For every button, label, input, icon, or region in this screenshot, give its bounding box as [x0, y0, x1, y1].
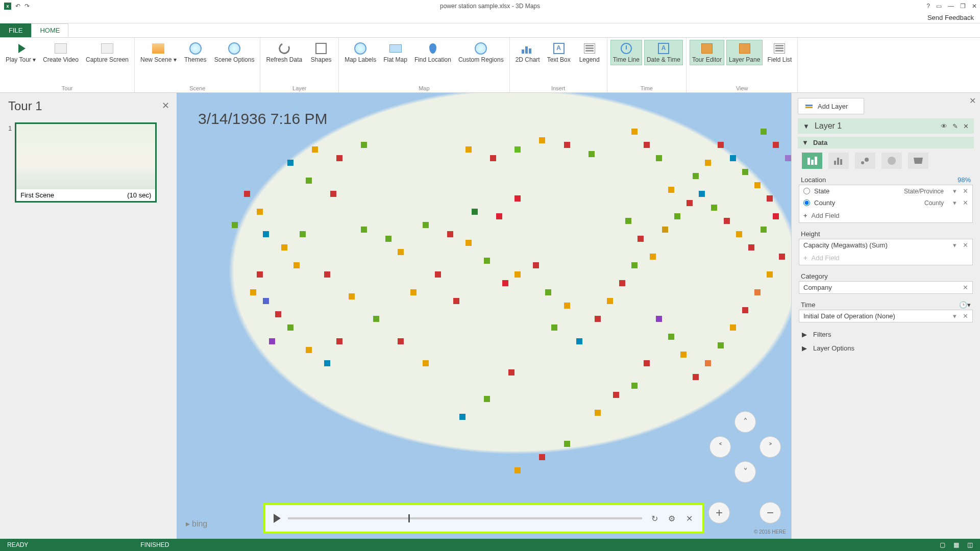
field-row-company[interactable]: Company ✕ [799, 282, 972, 293]
data-point[interactable] [767, 195, 773, 202]
data-point[interactable] [656, 155, 662, 161]
statusbar-icon[interactable]: ▢ [940, 541, 945, 548]
dropdown-icon[interactable]: ▾ [951, 312, 959, 320]
rotate-right-button[interactable]: ˃ [760, 436, 781, 458]
data-point[interactable] [619, 280, 625, 286]
layer-pane-button[interactable]: Layer Pane [726, 40, 763, 65]
capture-screen-button[interactable]: Capture Screen [83, 40, 131, 65]
themes-button[interactable]: Themes [181, 40, 210, 65]
time-line-button[interactable]: Time Line [610, 40, 642, 65]
redo-icon[interactable]: ↷ [24, 3, 30, 10]
field-list-button[interactable]: Field List [765, 40, 794, 65]
data-point[interactable] [668, 187, 674, 193]
data-point[interactable] [250, 289, 256, 295]
data-point[interactable] [699, 191, 705, 197]
data-point[interactable] [761, 129, 767, 135]
data-point[interactable] [398, 249, 404, 255]
close-tour-panel-icon[interactable]: ✕ [162, 100, 169, 111]
data-point[interactable] [349, 293, 355, 299]
statusbar-icon[interactable]: ▦ [953, 541, 959, 548]
visibility-icon[interactable]: 👁 [941, 122, 947, 130]
timeline-close-button[interactable]: ✕ [684, 514, 694, 523]
dropdown-icon[interactable]: ▾ [951, 241, 959, 249]
data-point[interactable] [539, 454, 545, 460]
shapes-button[interactable]: Shapes [307, 40, 335, 65]
location-radio-state[interactable] [803, 188, 810, 194]
data-point[interactable] [244, 191, 250, 197]
data-point[interactable] [281, 244, 287, 251]
layer-header[interactable]: ▼ Layer 1 👁 ✎ ✕ [798, 118, 974, 134]
data-point[interactable] [496, 213, 502, 219]
data-point[interactable] [514, 271, 521, 278]
data-point[interactable] [693, 374, 699, 380]
data-point[interactable] [447, 231, 453, 237]
minimize-icon[interactable]: — [948, 3, 954, 10]
time-settings-icon[interactable]: 🕒▾ [959, 301, 971, 309]
viz-clustered-column[interactable] [828, 153, 849, 169]
data-point[interactable] [300, 231, 306, 237]
data-point[interactable] [263, 298, 269, 304]
flat-map-button[interactable]: Flat Map [381, 40, 410, 65]
data-point[interactable] [761, 227, 767, 233]
data-point[interactable] [705, 360, 711, 366]
data-point[interactable] [742, 307, 748, 313]
zoom-out-button[interactable]: − [760, 502, 781, 523]
data-point[interactable] [595, 410, 601, 416]
data-point[interactable] [564, 303, 570, 309]
data-point[interactable] [484, 258, 490, 264]
add-height-field[interactable]: +Add Field [799, 251, 972, 265]
data-point[interactable] [674, 213, 680, 219]
data-point[interactable] [668, 334, 674, 340]
rename-icon[interactable]: ✎ [952, 122, 958, 130]
timeline-loop-button[interactable]: ↻ [649, 514, 659, 523]
data-point[interactable] [767, 271, 773, 278]
data-point[interactable] [269, 338, 275, 344]
data-point[interactable] [607, 298, 613, 304]
2d-chart-button[interactable]: 2D Chart [513, 40, 543, 65]
data-point[interactable] [551, 324, 557, 331]
remove-field-icon[interactable]: ✕ [963, 284, 968, 291]
data-point[interactable] [754, 289, 761, 295]
dropdown-icon[interactable]: ▾ [951, 187, 959, 195]
data-point[interactable] [662, 227, 668, 233]
scene-options-button[interactable]: Scene Options [212, 40, 257, 65]
viz-region[interactable] [908, 153, 928, 169]
zoom-in-button[interactable]: + [708, 502, 730, 523]
delete-layer-icon[interactable]: ✕ [963, 122, 969, 130]
data-point[interactable] [459, 414, 465, 420]
data-point[interactable] [435, 271, 441, 278]
remove-field-icon[interactable]: ✕ [963, 187, 968, 195]
data-point[interactable] [324, 271, 330, 278]
data-point[interactable] [644, 360, 650, 366]
data-point[interactable] [773, 142, 779, 148]
timeline-play-button[interactable] [274, 514, 281, 523]
data-point[interactable] [533, 262, 539, 268]
data-point[interactable] [324, 360, 330, 366]
data-point[interactable] [773, 213, 779, 219]
tilt-down-button[interactable]: ˅ [734, 461, 756, 483]
remove-field-icon[interactable]: ✕ [963, 199, 968, 207]
filters-section[interactable]: ▶Filters [798, 329, 974, 340]
close-icon[interactable]: ✕ [972, 3, 977, 10]
layer-options-section[interactable]: ▶Layer Options [798, 342, 974, 354]
data-point[interactable] [631, 129, 638, 135]
map-canvas[interactable]: 3/14/1936 7:16 PM ˄ ˂ ˃ ˅ + − ▸bing © 20… [177, 93, 791, 539]
data-point[interactable] [275, 311, 281, 317]
ribbon-options-icon[interactable]: ▭ [936, 3, 942, 10]
rotate-left-button[interactable]: ˂ [709, 436, 731, 458]
data-point[interactable] [656, 316, 662, 322]
data-point[interactable] [589, 151, 595, 157]
field-row-capacity[interactable]: Capacity (Megawatts) (Sum) ▾ ✕ [799, 239, 972, 251]
data-point[interactable] [336, 338, 342, 344]
data-point[interactable] [631, 383, 638, 389]
data-point[interactable] [484, 396, 490, 402]
timeline-thumb[interactable] [408, 514, 410, 522]
help-icon[interactable]: ? [926, 3, 930, 10]
undo-icon[interactable]: ↶ [15, 3, 20, 10]
field-row-state[interactable]: State State/Province ▾ ✕ [799, 185, 972, 197]
data-point[interactable] [779, 254, 785, 260]
data-point[interactable] [263, 231, 269, 237]
data-point[interactable] [423, 360, 429, 366]
remove-field-icon[interactable]: ✕ [963, 312, 968, 320]
data-point[interactable] [595, 316, 601, 322]
